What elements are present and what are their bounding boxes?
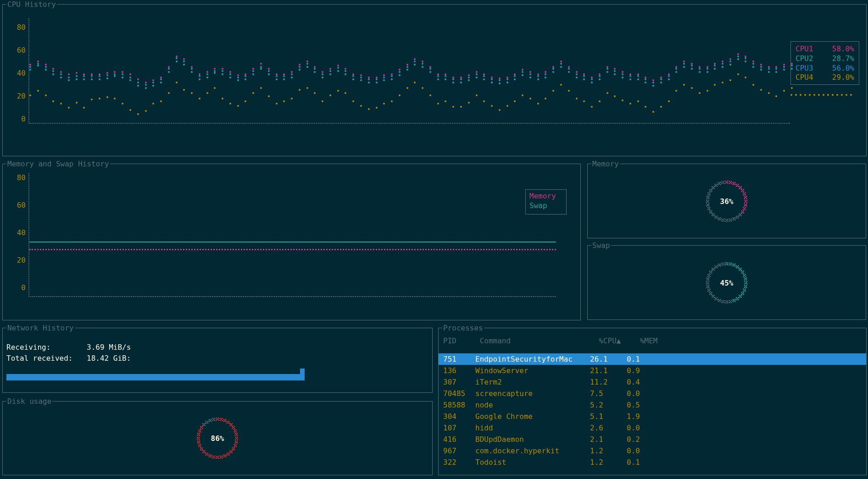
memory-gauge-value: 36% [701,197,752,205]
svg-point-69 [737,216,738,218]
table-row[interactable]: 751EndpointSecurityforMac26.10.1 [439,353,866,365]
svg-point-138 [711,191,712,192]
processes-rows[interactable]: 751EndpointSecurityforMac26.10.1136Windo… [443,353,862,468]
svg-point-261 [713,295,715,296]
svg-point-378 [234,449,235,451]
svg-point-13 [734,184,736,185]
svg-point-149 [715,184,717,186]
table-row[interactable]: 58588node5.20.5 [443,399,862,411]
svg-point-431 [200,444,201,445]
disk-usage-title: Disk usage [6,397,52,406]
svg-point-176 [738,265,739,266]
svg-point-402 [216,458,217,459]
svg-point-430 [198,444,200,445]
svg-point-397 [220,457,221,459]
table-row[interactable]: 136WindowServer21.10.9 [443,365,862,376]
svg-point-226 [738,297,739,298]
svg-point-385 [227,452,228,454]
svg-point-218 [743,294,745,295]
svg-point-347 [232,428,233,429]
svg-point-428 [202,449,203,451]
col-cpu[interactable]: %CPU▲ [599,336,635,345]
svg-point-433 [200,446,201,447]
svg-point-457 [200,428,201,429]
table-row[interactable]: 322Todoist1.20.1 [443,457,862,468]
table-row[interactable]: 304Google Chrome5.11.9 [443,411,862,422]
svg-point-234 [734,300,735,301]
svg-point-422 [202,452,204,453]
svg-point-311 [720,263,721,264]
svg-point-390 [223,454,224,456]
svg-point-34 [744,193,745,194]
col-pid[interactable]: PID [443,336,475,345]
svg-point-305 [714,265,716,266]
svg-point-408 [214,457,216,459]
col-command[interactable]: Command [480,336,595,345]
svg-point-477 [212,420,213,421]
svg-point-418 [207,455,209,456]
svg-point-352 [234,431,235,433]
svg-point-370 [234,444,235,445]
svg-point-173 [734,265,736,267]
svg-point-259 [715,298,717,299]
table-row[interactable]: 107hidd2.60.0 [443,422,862,434]
svg-point-309 [715,266,717,267]
table-row[interactable]: 967com.docker.hyperkit1.20.0 [443,445,862,457]
svg-point-290 [707,274,709,275]
processes-header[interactable]: PID Command %CPU▲ %MEM [443,336,862,345]
svg-point-167 [729,264,730,265]
svg-point-413 [211,456,212,457]
svg-point-424 [203,451,205,452]
svg-point-432 [198,446,200,447]
svg-point-193 [745,275,746,277]
svg-point-475 [212,418,213,419]
svg-point-229 [737,298,738,299]
svg-point-11 [734,182,736,183]
svg-point-110 [707,207,709,208]
svg-point-372 [234,446,235,447]
svg-point-107 [709,212,711,214]
svg-point-334 [224,420,226,421]
svg-point-238 [731,302,732,303]
svg-point-175 [736,265,737,266]
svg-point-61 [740,213,742,215]
svg-point-297 [709,272,711,274]
svg-point-410 [208,454,210,456]
svg-point-384 [230,451,232,452]
svg-point-291 [709,274,711,275]
svg-point-386 [228,452,230,454]
svg-point-324 [217,418,218,420]
svg-point-139 [710,190,712,191]
svg-point-452 [198,431,200,433]
svg-point-133 [709,194,711,195]
svg-point-163 [727,264,729,265]
svg-point-314 [719,264,720,266]
svg-point-404 [217,457,218,458]
svg-point-350 [234,429,235,430]
memory-swap-history-panel: Memory and Swap History 806040200 Memory… [2,164,581,320]
svg-point-75 [729,218,730,220]
processes-panel[interactable]: Processes PID Command %CPU▲ %MEM 751Endp… [438,328,867,475]
table-row[interactable]: 416BDUpdDaemon2.10.2 [443,434,862,445]
svg-point-60 [739,213,740,215]
svg-point-251 [720,299,721,300]
svg-point-151 [720,182,721,183]
col-mem[interactable]: %MEM [640,336,668,345]
svg-point-423 [204,452,206,453]
svg-point-72 [732,219,734,220]
svg-point-79 [730,219,731,220]
svg-point-85 [721,218,723,220]
svg-point-266 [711,292,712,293]
svg-point-15 [736,183,737,185]
net-total-value: 18.42 GiB: [87,354,131,363]
svg-point-191 [745,274,746,275]
table-row[interactable]: 70485screencapture7.50.0 [443,388,862,399]
table-row[interactable]: 307iTerm211.20.4 [443,376,862,388]
svg-point-58 [743,212,745,214]
svg-point-337 [227,423,228,424]
swap-gauge-title: Swap [591,241,611,250]
network-history-panel: Network History Receiving:3.69 MiB/s Tot… [2,328,433,393]
svg-point-323 [218,419,219,421]
svg-point-160 [725,262,726,263]
svg-point-262 [712,297,713,298]
